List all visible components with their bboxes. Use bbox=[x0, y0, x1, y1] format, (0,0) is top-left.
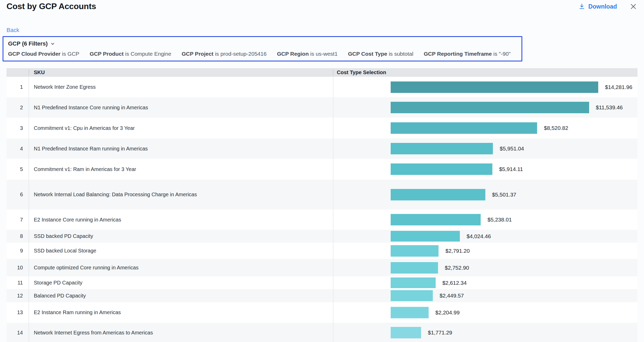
cost-bar-cell: $2,791.20 bbox=[333, 243, 637, 259]
filter-chip-attribute: GCP Cost Type bbox=[348, 51, 387, 57]
sku-cell: Commitment v1: Ram in Americas for 3 Yea… bbox=[29, 159, 333, 180]
filter-group-box: GCP (6 Filters) GCP Cloud Provider is GC… bbox=[3, 36, 522, 61]
row-index: 8 bbox=[7, 230, 29, 243]
close-icon[interactable] bbox=[629, 3, 637, 10]
download-button[interactable]: Download bbox=[578, 3, 617, 10]
cost-bar bbox=[391, 163, 492, 175]
table-row: 14Network Internet Egress from Americas … bbox=[7, 323, 637, 342]
cost-bar-cell: $2,612.34 bbox=[333, 276, 637, 289]
cost-bar-cell: $8,520.82 bbox=[333, 118, 637, 138]
filter-chip-attribute: GCP Project bbox=[182, 51, 213, 57]
row-index: 12 bbox=[7, 289, 29, 302]
row-index: 14 bbox=[7, 323, 29, 342]
sku-cell: E2 Instance Core running in Americas bbox=[29, 210, 333, 230]
cost-bar bbox=[391, 143, 493, 154]
table-row: 5Commitment v1: Ram in Americas for 3 Ye… bbox=[7, 159, 637, 180]
cost-value-label: $5,951.04 bbox=[500, 145, 524, 152]
row-index: 3 bbox=[7, 118, 29, 138]
filter-chip-condition: is Compute Engine bbox=[124, 51, 171, 57]
cost-bar bbox=[391, 277, 436, 288]
cost-bar-cell: $5,501.37 bbox=[333, 180, 637, 210]
cost-value-label: $2,449.57 bbox=[440, 293, 464, 299]
sku-cell: Network Inter Zone Egress bbox=[29, 77, 333, 97]
cost-bar bbox=[391, 262, 438, 274]
cost-value-label: $1,771.29 bbox=[428, 330, 452, 336]
row-index: 1 bbox=[7, 77, 29, 97]
table-row: 9SSD backed Local Storage$2,791.20 bbox=[7, 243, 637, 259]
top-actions: Download bbox=[578, 3, 637, 10]
cost-value-label: $2,204.99 bbox=[435, 309, 460, 316]
cost-value-label: $2,752.90 bbox=[445, 265, 469, 271]
filter-chip-condition: is prod-setup-205416 bbox=[214, 51, 267, 57]
sku-cell: Network Internal Load Balancing: Data Pr… bbox=[29, 180, 333, 210]
table-header-row: SKU Cost Type Selection bbox=[7, 68, 637, 77]
table-row: 12Balanced PD Capacity$2,449.57 bbox=[7, 289, 637, 302]
row-index: 11 bbox=[7, 276, 29, 289]
cost-value-label: $2,612.34 bbox=[442, 280, 467, 286]
download-icon bbox=[578, 3, 585, 10]
cost-bar-cell: $2,449.57 bbox=[333, 289, 637, 302]
sku-column-header: SKU bbox=[29, 69, 333, 75]
cost-bar bbox=[391, 290, 433, 301]
sku-cell: Commitment v1: Cpu in Americas for 3 Yea… bbox=[29, 118, 333, 138]
cost-bar-cell: $5,951.04 bbox=[333, 138, 637, 159]
row-index: 6 bbox=[7, 180, 29, 210]
filter-chip: GCP Cloud Provider is GCP bbox=[8, 51, 79, 57]
cost-report-panel: Cost by GCP Accounts Download Back GCP (… bbox=[0, 0, 644, 342]
cost-value-label: $5,914.11 bbox=[499, 166, 523, 172]
filter-chip-attribute: GCP Product bbox=[90, 51, 124, 57]
cost-value-label: $5,501.37 bbox=[492, 192, 516, 198]
cost-bar-cell: $1,771.29 bbox=[333, 323, 637, 342]
cost-bar-cell: $14,281.96 bbox=[333, 77, 637, 97]
sku-cell: N1 Predefined Instance Core running in A… bbox=[29, 97, 333, 118]
chevron-down-icon bbox=[50, 41, 55, 46]
sku-cell: N1 Predefined Instance Ram running in Am… bbox=[29, 138, 333, 159]
cost-bar bbox=[391, 231, 460, 242]
row-index: 2 bbox=[7, 97, 29, 118]
table-row: 6Network Internal Load Balancing: Data P… bbox=[7, 180, 637, 210]
cost-value-label: $8,520.82 bbox=[544, 125, 568, 131]
cost-value-label: $11,539.46 bbox=[596, 104, 623, 111]
filter-chip: GCP Product is Compute Engine bbox=[90, 51, 171, 57]
filter-chip-list: GCP Cloud Provider is GCPGCP Product is … bbox=[8, 51, 517, 57]
cost-bar-cell: $5,914.11 bbox=[333, 159, 637, 180]
sku-cell: Storage PD Capacity bbox=[29, 276, 333, 289]
row-index: 13 bbox=[7, 302, 29, 323]
table-row: 7E2 Instance Core running in Americas$5,… bbox=[7, 210, 637, 230]
filter-chip: GCP Project is prod-setup-205416 bbox=[182, 51, 266, 57]
filter-chip-condition: is us-west1 bbox=[309, 51, 338, 57]
row-index: 7 bbox=[7, 210, 29, 230]
cost-bar-cell: $4,024.46 bbox=[333, 230, 637, 243]
download-label: Download bbox=[588, 3, 617, 10]
cost-value-label: $5,238.01 bbox=[487, 217, 512, 223]
cost-bar bbox=[391, 122, 537, 134]
cost-bar bbox=[391, 214, 481, 225]
filter-summary-label: GCP (6 Filters) bbox=[8, 40, 48, 47]
cost-value-label: $14,281.96 bbox=[605, 84, 632, 90]
sku-cell: Network Internet Egress from Americas to… bbox=[29, 323, 333, 342]
sku-cell: E2 Instance Ram running in Americas bbox=[29, 302, 333, 323]
cost-bar bbox=[391, 327, 421, 338]
cost-bar-cell: $11,539.46 bbox=[333, 97, 637, 118]
table-row: 3Commitment v1: Cpu in Americas for 3 Ye… bbox=[7, 118, 637, 138]
sku-cell: Balanced PD Capacity bbox=[29, 289, 333, 302]
cost-bar-cell: $2,204.99 bbox=[333, 302, 637, 323]
filter-chip-condition: is "-90" bbox=[492, 51, 511, 57]
filter-chip-condition: is GCP bbox=[60, 51, 79, 57]
filter-chip: GCP Cost Type is subtotal bbox=[348, 51, 413, 57]
table-row: 11Storage PD Capacity$2,612.34 bbox=[7, 276, 637, 289]
table-row: 13E2 Instance Ram running in Americas$2,… bbox=[7, 302, 637, 323]
row-index: 9 bbox=[7, 243, 29, 259]
filter-summary-toggle[interactable]: GCP (6 Filters) bbox=[8, 40, 55, 47]
cost-type-column-header: Cost Type Selection bbox=[333, 69, 637, 75]
cost-bar bbox=[391, 189, 485, 200]
row-index: 4 bbox=[7, 138, 29, 159]
cost-table: SKU Cost Type Selection 1Network Inter Z… bbox=[7, 68, 637, 342]
cost-bar bbox=[391, 307, 429, 318]
filter-chip: GCP Reporting Timeframe is "-90" bbox=[424, 51, 511, 57]
row-index: 10 bbox=[7, 259, 29, 276]
back-link[interactable]: Back bbox=[7, 27, 19, 34]
row-index: 5 bbox=[7, 159, 29, 180]
filter-chip-attribute: GCP Cloud Provider bbox=[8, 51, 60, 57]
page-title: Cost by GCP Accounts bbox=[7, 2, 96, 11]
